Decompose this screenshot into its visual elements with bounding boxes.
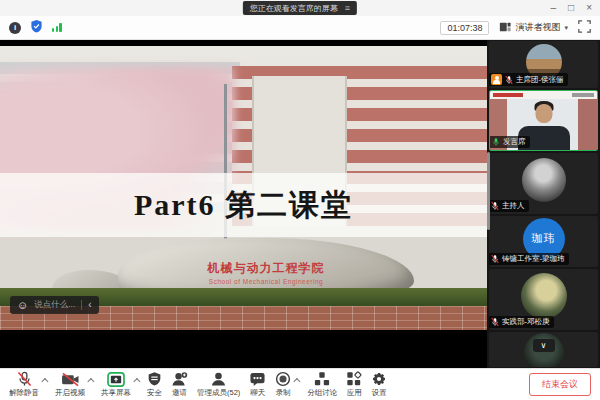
banner-text: 您正在观看发言席的屏幕 xyxy=(250,3,338,14)
unmute-button[interactable]: 解除静音 xyxy=(9,371,39,398)
mic-muted-icon xyxy=(491,254,499,264)
collapse-chat-icon[interactable]: ‹ xyxy=(88,300,91,310)
record-circle-icon xyxy=(275,371,291,387)
participant-namebar: 发言席 xyxy=(490,136,530,148)
security-button[interactable]: 安全 xyxy=(147,371,162,398)
share-screen-icon xyxy=(107,371,125,387)
avatar xyxy=(522,158,566,202)
breakout-blocks-icon xyxy=(314,371,330,387)
meeting-timer: 01:07:38 xyxy=(440,21,489,35)
participant-name: 主持人 xyxy=(502,201,525,211)
host-badge-icon xyxy=(491,74,502,85)
participant-tile-partial[interactable]: ∨ xyxy=(489,332,598,367)
layout-icon xyxy=(499,21,511,35)
security-shield-icon[interactable] xyxy=(30,19,43,37)
mic-muted-icon xyxy=(17,371,32,387)
participant-name: 实践部-邓松庚 xyxy=(502,317,550,327)
active-speaker-tile[interactable]: 发言席 xyxy=(489,90,598,151)
stone-inscription-english: School of Mechanical Engineering xyxy=(209,278,323,285)
maximize-button[interactable]: □ xyxy=(568,1,574,15)
close-button[interactable]: × xyxy=(586,1,592,15)
avatar xyxy=(521,273,567,319)
participant-name: 主席团-侯张俪 xyxy=(516,75,564,85)
avatar-initials: 珈玮 xyxy=(532,231,556,246)
video-options-chevron[interactable] xyxy=(87,378,94,385)
record-options-chevron[interactable] xyxy=(294,378,301,385)
slide-title: Part6 第二课堂 xyxy=(134,185,353,226)
share-options-chevron[interactable] xyxy=(133,378,140,385)
mic-muted-icon xyxy=(491,201,499,211)
quick-chat-bar[interactable]: ☺ 说点什么... ‹ xyxy=(10,296,99,314)
end-meeting-button[interactable]: 结束会议 xyxy=(529,373,591,396)
meeting-window: 您正在观看发言席的屏幕 ≡ – □ × i 01:07:38 演讲者视图 ▾ xyxy=(0,0,600,400)
window-controls: – □ × xyxy=(551,1,592,15)
participant-name: 发言席 xyxy=(503,137,526,147)
chat-button[interactable]: 聊天 xyxy=(249,371,266,398)
participant-namebar: 铸镛工作室-梁珈玮 xyxy=(489,253,569,265)
shield-icon xyxy=(147,371,162,387)
participant-tile[interactable]: 实践部-邓松庚 xyxy=(489,269,598,330)
network-signal-icon xyxy=(52,23,62,32)
participant-name: 铸镛工作室-梁珈玮 xyxy=(502,254,565,264)
fullscreen-icon[interactable] xyxy=(578,19,591,37)
participant-namebar: 实践部-邓松庚 xyxy=(489,316,554,328)
watching-screen-banner[interactable]: 您正在观看发言席的屏幕 ≡ xyxy=(243,1,357,15)
chevron-down-icon: ▾ xyxy=(564,24,568,32)
meeting-toolbar: 解除静音 开启视频 共享屏幕 xyxy=(0,368,600,400)
record-button[interactable]: 录制 xyxy=(275,371,291,398)
collapse-participants-button[interactable]: ∨ xyxy=(533,339,555,352)
mic-muted-icon xyxy=(505,75,513,85)
mic-on-icon xyxy=(492,137,500,147)
participant-namebar: 主席团-侯张俪 xyxy=(489,73,568,86)
meeting-statusbar: i 01:07:38 演讲者视图 ▾ xyxy=(0,16,600,40)
share-screen-button[interactable]: 共享屏幕 xyxy=(101,371,131,398)
emoji-icon[interactable]: ☺ xyxy=(17,300,28,311)
slide-title-band: Part6 第二课堂 xyxy=(0,173,487,237)
minimize-button[interactable]: – xyxy=(551,1,557,15)
start-video-button[interactable]: 开启视频 xyxy=(55,371,85,398)
breakout-rooms-button[interactable]: 分组讨论 xyxy=(307,371,337,398)
sidebar-scrollbar[interactable] xyxy=(487,152,490,230)
participant-tile[interactable]: 主持人 xyxy=(489,153,598,214)
window-titlebar: 您正在观看发言席的屏幕 ≡ – □ × xyxy=(0,0,600,16)
member-person-icon xyxy=(210,371,227,387)
participants-panel: 主席团-侯张俪 发言席 主持人 xyxy=(487,40,600,368)
video-background-banner xyxy=(490,91,597,99)
mic-options-chevron[interactable] xyxy=(41,378,48,385)
divider xyxy=(81,300,82,310)
view-mode-switcher[interactable]: 演讲者视图 ▾ xyxy=(499,21,568,35)
stone-inscription: 机械与动力工程学院 xyxy=(208,260,325,277)
chat-input[interactable]: 说点什么... xyxy=(34,299,75,311)
presentation-slide: Part6 第二课堂 机械与动力工程学院 School of Mechanica… xyxy=(0,46,487,330)
view-mode-label: 演讲者视图 xyxy=(515,21,560,34)
manage-members-button[interactable]: 管理成员(52) xyxy=(197,371,240,398)
chat-bubble-icon xyxy=(249,371,266,387)
participant-tile[interactable]: 主席团-侯张俪 xyxy=(489,41,598,88)
invite-button[interactable]: 邀请 xyxy=(171,371,188,398)
shared-screen-stage: Part6 第二课堂 机械与动力工程学院 School of Mechanica… xyxy=(0,40,487,368)
settings-button[interactable]: 设置 xyxy=(371,371,387,398)
apps-button[interactable]: 应用 xyxy=(346,371,362,398)
meeting-info-icon[interactable]: i xyxy=(9,22,21,34)
invite-person-icon xyxy=(171,371,188,387)
camera-off-icon xyxy=(61,371,80,387)
gear-icon xyxy=(371,371,387,387)
banner-menu-icon[interactable]: ≡ xyxy=(345,4,350,13)
participant-tile[interactable]: 珈玮 铸镛工作室-梁珈玮 xyxy=(489,216,598,267)
mic-muted-icon xyxy=(491,317,499,327)
apps-grid-icon xyxy=(346,371,362,387)
participant-namebar: 主持人 xyxy=(489,200,529,212)
